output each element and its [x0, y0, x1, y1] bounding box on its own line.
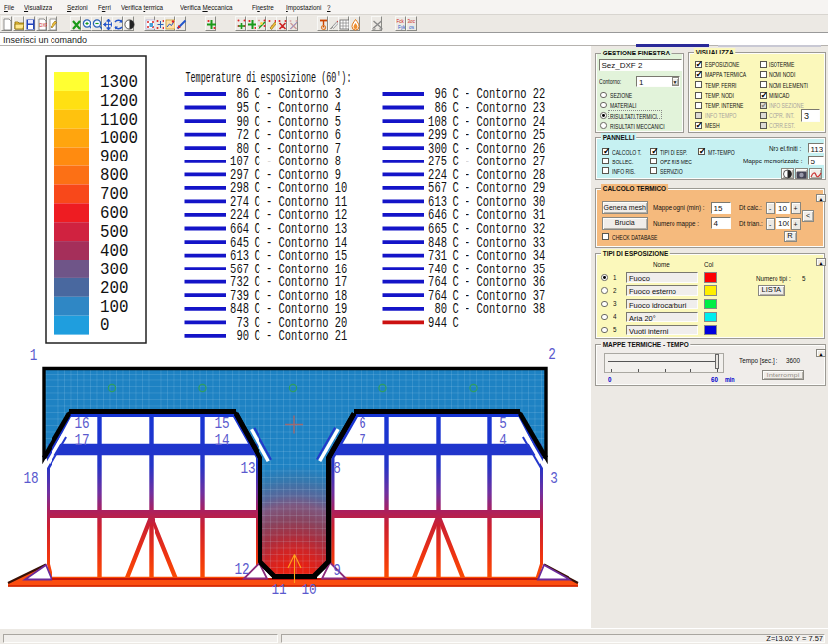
- svg-text:3σc: 3σc: [407, 19, 415, 24]
- svg-text:Fck: Fck: [397, 19, 405, 24]
- svg-text:σs: σs: [409, 25, 415, 30]
